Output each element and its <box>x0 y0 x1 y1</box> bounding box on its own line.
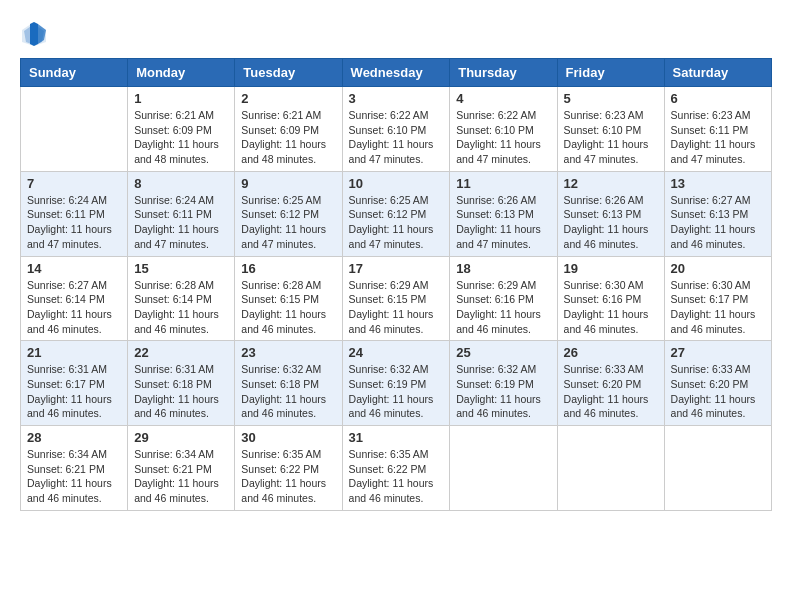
day-info: Sunrise: 6:29 AM Sunset: 6:16 PM Dayligh… <box>456 278 550 337</box>
day-header-friday: Friday <box>557 59 664 87</box>
day-info: Sunrise: 6:25 AM Sunset: 6:12 PM Dayligh… <box>241 193 335 252</box>
day-number: 13 <box>671 176 765 191</box>
day-number: 3 <box>349 91 444 106</box>
calendar-cell: 8Sunrise: 6:24 AM Sunset: 6:11 PM Daylig… <box>128 171 235 256</box>
calendar-cell: 21Sunrise: 6:31 AM Sunset: 6:17 PM Dayli… <box>21 341 128 426</box>
calendar-week-row: 21Sunrise: 6:31 AM Sunset: 6:17 PM Dayli… <box>21 341 772 426</box>
day-number: 24 <box>349 345 444 360</box>
logo <box>20 20 52 48</box>
calendar-cell: 24Sunrise: 6:32 AM Sunset: 6:19 PM Dayli… <box>342 341 450 426</box>
calendar-body: 1Sunrise: 6:21 AM Sunset: 6:09 PM Daylig… <box>21 87 772 511</box>
day-number: 11 <box>456 176 550 191</box>
calendar-cell: 27Sunrise: 6:33 AM Sunset: 6:20 PM Dayli… <box>664 341 771 426</box>
calendar-cell <box>21 87 128 172</box>
calendar-cell: 12Sunrise: 6:26 AM Sunset: 6:13 PM Dayli… <box>557 171 664 256</box>
day-header-monday: Monday <box>128 59 235 87</box>
calendar-cell: 26Sunrise: 6:33 AM Sunset: 6:20 PM Dayli… <box>557 341 664 426</box>
day-info: Sunrise: 6:30 AM Sunset: 6:17 PM Dayligh… <box>671 278 765 337</box>
day-info: Sunrise: 6:24 AM Sunset: 6:11 PM Dayligh… <box>134 193 228 252</box>
day-info: Sunrise: 6:26 AM Sunset: 6:13 PM Dayligh… <box>456 193 550 252</box>
calendar-cell: 22Sunrise: 6:31 AM Sunset: 6:18 PM Dayli… <box>128 341 235 426</box>
day-number: 1 <box>134 91 228 106</box>
day-number: 22 <box>134 345 228 360</box>
calendar-cell: 14Sunrise: 6:27 AM Sunset: 6:14 PM Dayli… <box>21 256 128 341</box>
calendar-cell: 29Sunrise: 6:34 AM Sunset: 6:21 PM Dayli… <box>128 426 235 511</box>
day-number: 10 <box>349 176 444 191</box>
day-info: Sunrise: 6:33 AM Sunset: 6:20 PM Dayligh… <box>671 362 765 421</box>
day-number: 17 <box>349 261 444 276</box>
calendar-cell: 30Sunrise: 6:35 AM Sunset: 6:22 PM Dayli… <box>235 426 342 511</box>
day-info: Sunrise: 6:35 AM Sunset: 6:22 PM Dayligh… <box>349 447 444 506</box>
day-info: Sunrise: 6:22 AM Sunset: 6:10 PM Dayligh… <box>349 108 444 167</box>
day-number: 28 <box>27 430 121 445</box>
day-number: 12 <box>564 176 658 191</box>
day-info: Sunrise: 6:21 AM Sunset: 6:09 PM Dayligh… <box>134 108 228 167</box>
day-number: 8 <box>134 176 228 191</box>
day-number: 20 <box>671 261 765 276</box>
day-info: Sunrise: 6:35 AM Sunset: 6:22 PM Dayligh… <box>241 447 335 506</box>
calendar-cell: 19Sunrise: 6:30 AM Sunset: 6:16 PM Dayli… <box>557 256 664 341</box>
calendar-header-row: SundayMondayTuesdayWednesdayThursdayFrid… <box>21 59 772 87</box>
day-info: Sunrise: 6:27 AM Sunset: 6:14 PM Dayligh… <box>27 278 121 337</box>
day-number: 5 <box>564 91 658 106</box>
day-number: 26 <box>564 345 658 360</box>
day-info: Sunrise: 6:23 AM Sunset: 6:10 PM Dayligh… <box>564 108 658 167</box>
day-info: Sunrise: 6:26 AM Sunset: 6:13 PM Dayligh… <box>564 193 658 252</box>
day-info: Sunrise: 6:32 AM Sunset: 6:19 PM Dayligh… <box>349 362 444 421</box>
calendar-table: SundayMondayTuesdayWednesdayThursdayFrid… <box>20 58 772 511</box>
day-info: Sunrise: 6:21 AM Sunset: 6:09 PM Dayligh… <box>241 108 335 167</box>
day-number: 14 <box>27 261 121 276</box>
calendar-cell: 10Sunrise: 6:25 AM Sunset: 6:12 PM Dayli… <box>342 171 450 256</box>
day-number: 19 <box>564 261 658 276</box>
day-info: Sunrise: 6:33 AM Sunset: 6:20 PM Dayligh… <box>564 362 658 421</box>
calendar-cell: 11Sunrise: 6:26 AM Sunset: 6:13 PM Dayli… <box>450 171 557 256</box>
calendar-cell: 3Sunrise: 6:22 AM Sunset: 6:10 PM Daylig… <box>342 87 450 172</box>
calendar-cell: 31Sunrise: 6:35 AM Sunset: 6:22 PM Dayli… <box>342 426 450 511</box>
day-number: 27 <box>671 345 765 360</box>
day-info: Sunrise: 6:28 AM Sunset: 6:15 PM Dayligh… <box>241 278 335 337</box>
calendar-cell: 6Sunrise: 6:23 AM Sunset: 6:11 PM Daylig… <box>664 87 771 172</box>
calendar-cell: 17Sunrise: 6:29 AM Sunset: 6:15 PM Dayli… <box>342 256 450 341</box>
day-info: Sunrise: 6:32 AM Sunset: 6:19 PM Dayligh… <box>456 362 550 421</box>
calendar-cell: 2Sunrise: 6:21 AM Sunset: 6:09 PM Daylig… <box>235 87 342 172</box>
day-number: 15 <box>134 261 228 276</box>
day-number: 6 <box>671 91 765 106</box>
day-number: 4 <box>456 91 550 106</box>
day-info: Sunrise: 6:29 AM Sunset: 6:15 PM Dayligh… <box>349 278 444 337</box>
day-number: 23 <box>241 345 335 360</box>
day-number: 25 <box>456 345 550 360</box>
day-info: Sunrise: 6:28 AM Sunset: 6:14 PM Dayligh… <box>134 278 228 337</box>
calendar-cell: 15Sunrise: 6:28 AM Sunset: 6:14 PM Dayli… <box>128 256 235 341</box>
day-number: 30 <box>241 430 335 445</box>
calendar-cell: 18Sunrise: 6:29 AM Sunset: 6:16 PM Dayli… <box>450 256 557 341</box>
day-info: Sunrise: 6:32 AM Sunset: 6:18 PM Dayligh… <box>241 362 335 421</box>
calendar-cell: 7Sunrise: 6:24 AM Sunset: 6:11 PM Daylig… <box>21 171 128 256</box>
page-header <box>20 20 772 48</box>
day-header-wednesday: Wednesday <box>342 59 450 87</box>
day-number: 31 <box>349 430 444 445</box>
day-header-tuesday: Tuesday <box>235 59 342 87</box>
calendar-cell: 13Sunrise: 6:27 AM Sunset: 6:13 PM Dayli… <box>664 171 771 256</box>
calendar-cell <box>664 426 771 511</box>
day-number: 16 <box>241 261 335 276</box>
day-info: Sunrise: 6:34 AM Sunset: 6:21 PM Dayligh… <box>134 447 228 506</box>
day-info: Sunrise: 6:27 AM Sunset: 6:13 PM Dayligh… <box>671 193 765 252</box>
day-number: 2 <box>241 91 335 106</box>
calendar-cell: 5Sunrise: 6:23 AM Sunset: 6:10 PM Daylig… <box>557 87 664 172</box>
calendar-cell: 25Sunrise: 6:32 AM Sunset: 6:19 PM Dayli… <box>450 341 557 426</box>
calendar-cell: 20Sunrise: 6:30 AM Sunset: 6:17 PM Dayli… <box>664 256 771 341</box>
svg-marker-3 <box>30 22 38 46</box>
day-number: 7 <box>27 176 121 191</box>
day-info: Sunrise: 6:34 AM Sunset: 6:21 PM Dayligh… <box>27 447 121 506</box>
calendar-week-row: 7Sunrise: 6:24 AM Sunset: 6:11 PM Daylig… <box>21 171 772 256</box>
calendar-week-row: 14Sunrise: 6:27 AM Sunset: 6:14 PM Dayli… <box>21 256 772 341</box>
day-number: 21 <box>27 345 121 360</box>
calendar-cell: 28Sunrise: 6:34 AM Sunset: 6:21 PM Dayli… <box>21 426 128 511</box>
calendar-cell <box>557 426 664 511</box>
calendar-cell: 9Sunrise: 6:25 AM Sunset: 6:12 PM Daylig… <box>235 171 342 256</box>
calendar-cell: 1Sunrise: 6:21 AM Sunset: 6:09 PM Daylig… <box>128 87 235 172</box>
calendar-cell: 4Sunrise: 6:22 AM Sunset: 6:10 PM Daylig… <box>450 87 557 172</box>
day-info: Sunrise: 6:30 AM Sunset: 6:16 PM Dayligh… <box>564 278 658 337</box>
calendar-cell: 23Sunrise: 6:32 AM Sunset: 6:18 PM Dayli… <box>235 341 342 426</box>
logo-icon <box>20 20 48 48</box>
